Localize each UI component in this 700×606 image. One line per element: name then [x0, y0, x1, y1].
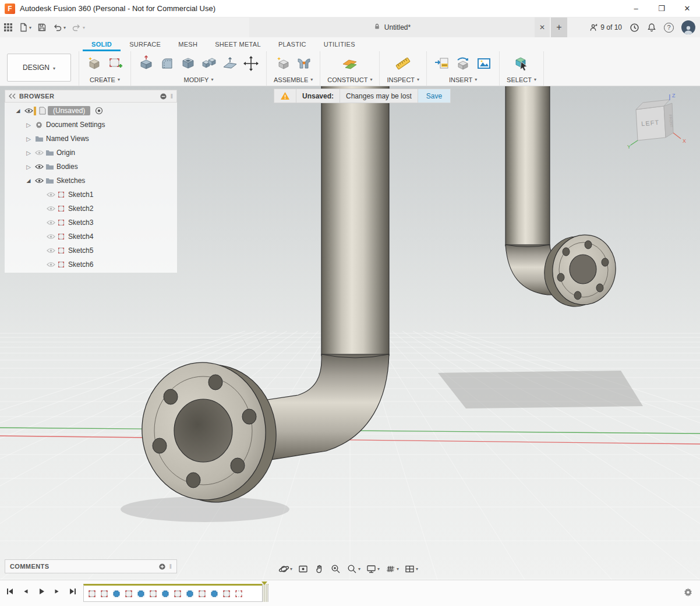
- eye-off-icon[interactable]: [45, 246, 56, 255]
- design-workspace-button[interactable]: DESIGN: [7, 54, 71, 82]
- expand-icon[interactable]: [23, 136, 34, 142]
- tab-utilities[interactable]: UTILITIES: [315, 37, 364, 51]
- tree-item-sketch1[interactable]: Sketch1: [5, 188, 177, 202]
- timeline-feature-sketch[interactable]: [185, 589, 195, 598]
- select-menu[interactable]: SELECT: [507, 76, 536, 83]
- viewport-3d[interactable]: Unsaved: Changes may be lost Save BROWSE…: [0, 86, 700, 580]
- app-grid-icon[interactable]: [3, 23, 13, 32]
- document-tab[interactable]: Untitled*: [249, 17, 535, 37]
- tab-plastic[interactable]: PLASTIC: [270, 37, 315, 51]
- panel-grip[interactable]: ‖: [169, 563, 172, 570]
- timeline-feature-sketch[interactable]: [136, 589, 146, 598]
- display-settings-icon[interactable]: [366, 563, 380, 575]
- expand-icon[interactable]: [23, 150, 34, 156]
- tree-item-bodies[interactable]: Bodies: [5, 160, 177, 174]
- timeline-feature-sketch[interactable]: [197, 589, 207, 598]
- timeline-position-marker[interactable]: [261, 582, 267, 585]
- tree-item-document-settings[interactable]: Document Settings: [5, 118, 177, 132]
- assemble-menu[interactable]: ASSEMBLE: [274, 76, 313, 83]
- timeline-feature-sketch[interactable]: [87, 589, 97, 598]
- redo-icon[interactable]: [72, 23, 85, 32]
- timeline-track[interactable]: [83, 584, 268, 602]
- eye-off-icon[interactable]: [45, 232, 56, 241]
- expand-icon[interactable]: [23, 122, 34, 128]
- grid-snaps-icon[interactable]: [385, 563, 399, 575]
- browser-header[interactable]: BROWSER ‖: [5, 90, 177, 103]
- avatar[interactable]: [681, 20, 695, 34]
- view-cube[interactable]: LEFT FRONT Z Y X: [627, 92, 691, 153]
- notifications-bell-icon[interactable]: [647, 23, 656, 32]
- tree-item-sketch3[interactable]: Sketch3: [5, 216, 177, 230]
- tree-item-sketch5[interactable]: Sketch5: [5, 244, 177, 258]
- eye-off-icon[interactable]: [34, 148, 44, 157]
- timeline-feature-sketch[interactable]: [112, 589, 121, 598]
- create-sketch-icon[interactable]: [107, 55, 123, 74]
- new-solid-icon[interactable]: [86, 55, 102, 74]
- tree-item-sketch2[interactable]: Sketch2: [5, 202, 177, 216]
- expand-icon[interactable]: [13, 108, 23, 114]
- move-icon[interactable]: [243, 55, 259, 74]
- eye-icon[interactable]: [34, 176, 44, 185]
- create-menu[interactable]: CREATE: [90, 76, 120, 83]
- measure-icon[interactable]: [395, 55, 411, 74]
- timeline-settings-gear-icon[interactable]: [683, 587, 693, 600]
- maximize-button[interactable]: ❒: [649, 0, 674, 17]
- zoom-icon[interactable]: [347, 563, 360, 575]
- insert-derive-icon[interactable]: [455, 55, 471, 74]
- document-root-label[interactable]: (Unsaved): [48, 106, 90, 115]
- timeline-feature-sketch[interactable]: [161, 589, 170, 598]
- timeline-feature-sketch[interactable]: [234, 589, 243, 598]
- construction-plane-icon[interactable]: [342, 55, 358, 74]
- offset-face-icon[interactable]: [222, 55, 238, 74]
- tree-item-sketch4[interactable]: Sketch4: [5, 230, 177, 244]
- pan-icon[interactable]: [314, 563, 325, 575]
- shell-icon[interactable]: [180, 55, 196, 74]
- timeline-feature-sketch[interactable]: [149, 589, 158, 598]
- tab-mesh[interactable]: MESH: [169, 37, 206, 51]
- zoom-window-icon[interactable]: [330, 563, 341, 575]
- select-icon[interactable]: [514, 55, 530, 74]
- close-tab-icon[interactable]: ✕: [535, 23, 550, 31]
- close-button[interactable]: ✕: [674, 0, 700, 17]
- look-at-icon[interactable]: [298, 563, 309, 575]
- job-status[interactable]: 9 of 10: [589, 23, 622, 32]
- timeline-feature-sketch[interactable]: [222, 589, 231, 598]
- comments-panel[interactable]: COMMENTS ‖: [5, 559, 177, 573]
- tree-item-named-views[interactable]: Named Views: [5, 132, 177, 146]
- expand-icon[interactable]: [23, 164, 34, 170]
- timeline-playhead[interactable]: [262, 584, 268, 602]
- save-icon[interactable]: [37, 23, 47, 32]
- eye-icon[interactable]: [34, 162, 44, 171]
- save-button[interactable]: Save: [418, 89, 450, 103]
- tree-item-origin[interactable]: Origin: [5, 146, 177, 160]
- new-component-icon[interactable]: [275, 55, 291, 74]
- display-mode-icon[interactable]: [160, 93, 167, 100]
- new-tab-button[interactable]: +: [551, 17, 567, 37]
- timeline-feature-sketch[interactable]: [100, 589, 109, 598]
- step-back-icon[interactable]: [20, 586, 31, 597]
- modify-menu[interactable]: MODIFY: [184, 76, 214, 83]
- canvas-icon[interactable]: [476, 55, 492, 74]
- viewports-icon[interactable]: [404, 563, 418, 575]
- inspect-menu[interactable]: INSPECT: [387, 76, 419, 83]
- minimize-button[interactable]: –: [623, 0, 649, 17]
- expand-icon[interactable]: [23, 178, 34, 184]
- tab-surface[interactable]: SURFACE: [121, 37, 169, 51]
- tab-sheet-metal[interactable]: SHEET METAL: [206, 37, 270, 51]
- collapse-panel-icon[interactable]: [9, 93, 16, 99]
- file-menu-icon[interactable]: [19, 23, 31, 32]
- add-comment-icon[interactable]: [158, 563, 166, 570]
- tree-item-sketches[interactable]: Sketches: [5, 174, 177, 188]
- pipe-elbow-model-small[interactable]: [505, 86, 620, 311]
- timeline-feature-sketch[interactable]: [124, 589, 133, 598]
- combine-icon[interactable]: [201, 55, 217, 74]
- insert-menu[interactable]: INSERT: [449, 76, 477, 83]
- insert-svg-icon[interactable]: [434, 55, 450, 74]
- clock-icon[interactable]: [630, 23, 639, 33]
- panel-grip[interactable]: ‖: [171, 93, 173, 100]
- press-pull-icon[interactable]: [138, 55, 154, 74]
- tree-item-sketch6[interactable]: Sketch6: [5, 258, 177, 272]
- eye-icon[interactable]: [23, 106, 34, 115]
- timeline-feature-sketch[interactable]: [173, 589, 182, 598]
- construct-menu[interactable]: CONSTRUCT: [327, 76, 372, 83]
